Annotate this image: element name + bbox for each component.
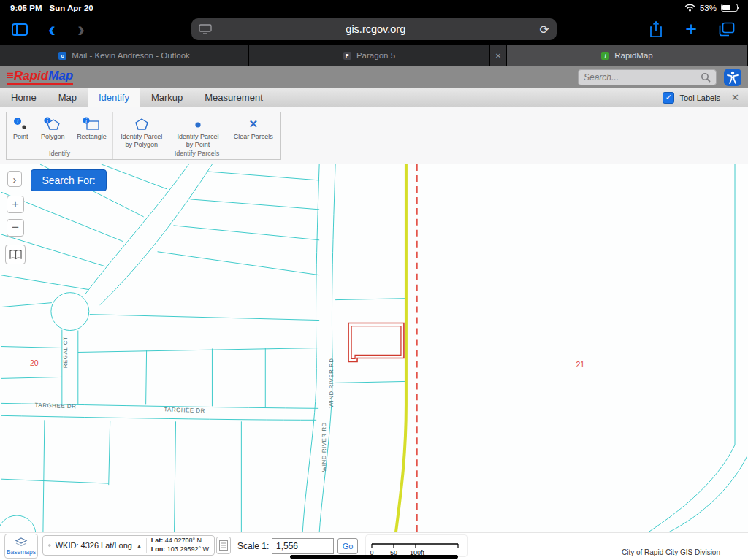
rectangle-tool-icon: i — [82, 117, 101, 131]
parcel-point-icon — [190, 117, 206, 131]
basemaps-icon — [15, 537, 28, 548]
parcel-map[interactable]: REGAL CT TARGHEE DR TARGHEE DR WIND RIVE… — [0, 164, 748, 532]
identify-parcel-by-polygon-tool[interactable]: Identify Parcel by Polygon — [121, 117, 162, 149]
sidebar-icon[interactable] — [12, 23, 28, 36]
clear-parcels-tool[interactable]: ✕ Clear Parcels — [234, 117, 273, 141]
go-button[interactable]: Go — [337, 538, 358, 554]
identify-ribbon: i Point i Polygon i Rectangle Ide — [0, 107, 748, 164]
menu-item-identify[interactable]: Identify — [88, 88, 140, 107]
tool-labels-label: Tool Labels — [679, 93, 720, 102]
book-icon — [9, 250, 22, 260]
street-label-wind-river-rd-1: WIND RIVER RD — [328, 358, 335, 407]
tabs-overview-icon[interactable] — [719, 22, 735, 37]
basemaps-label: Basemaps — [7, 548, 36, 556]
wifi-icon — [684, 4, 695, 12]
logo-part-map: Map — [48, 69, 73, 83]
polygon-tool[interactable]: i Polygon — [41, 117, 65, 141]
refresh-icon[interactable]: ⟳ — [540, 23, 549, 37]
zoom-in-button[interactable]: + — [7, 196, 24, 213]
app-header: ≡RapidMap — [0, 66, 748, 88]
tool-label: Point — [13, 133, 28, 141]
battery-percent: 53% — [700, 4, 717, 12]
menu-item-measurement[interactable]: Measurement — [194, 88, 273, 107]
menu-item-home[interactable]: Home — [0, 88, 47, 107]
accessibility-icon[interactable] — [724, 69, 741, 86]
lat-label: Lat: — [151, 537, 164, 544]
selected-parcel-highlight[interactable] — [348, 323, 404, 362]
identify-parcel-by-point-tool[interactable]: Identify Parcel by Point — [177, 117, 218, 149]
coordinate-panel[interactable]: WKID: 4326 Lat/Long ▲ Lat: 44.02708° N L… — [42, 535, 215, 556]
tool-label: Identify Parcel by Polygon — [121, 133, 162, 149]
group-label-identify: Identify — [7, 150, 112, 159]
paragon-favicon: P — [343, 52, 351, 60]
new-tab-icon[interactable]: + — [685, 20, 697, 39]
address-bar[interactable]: gis.rcgov.org ⟳ — [191, 18, 557, 40]
share-icon[interactable] — [649, 20, 663, 38]
rapidmap-logo: ≡RapidMap — [7, 69, 73, 85]
lon-value: 103.29592° W — [167, 545, 209, 553]
scale-bar: 0 50 100ft — [365, 534, 468, 557]
ribbon-group-box: i Point i Polygon i Rectangle Ide — [6, 112, 281, 160]
tool-label: Rectangle — [77, 133, 107, 141]
search-icon[interactable] — [701, 72, 711, 83]
street-label-wind-river-rd-2: WIND RIVER RD — [321, 422, 327, 472]
zoom-out-button[interactable]: − — [7, 219, 24, 237]
outlook-favicon: o — [58, 52, 66, 60]
panel-expand-button[interactable]: › — [7, 171, 22, 187]
tab-mail-outlook[interactable]: o Mail - Kevin Andreson - Outlook — [0, 45, 249, 66]
svg-text:i: i — [47, 118, 48, 124]
search-input[interactable] — [584, 72, 701, 83]
map-viewport[interactable]: REGAL CT TARGHEE DR TARGHEE DR WIND RIVE… — [0, 164, 748, 532]
tab-paragon-5[interactable]: P Paragon 5 — [249, 45, 490, 66]
forward-button[interactable]: › — [77, 20, 85, 39]
clock: 9:05 PM — [10, 4, 42, 12]
tool-label: Polygon — [41, 133, 65, 141]
scale-ratio-icon — [216, 537, 231, 554]
attribution-text: City of Rapid City GIS Division — [622, 548, 720, 556]
point-tool-icon: i — [12, 117, 28, 131]
url-text: gis.rcgov.org — [212, 23, 540, 35]
app-search-box[interactable] — [578, 69, 717, 85]
tool-labels-checkbox[interactable]: ✓ — [663, 92, 674, 104]
ribbon-close-icon[interactable]: ✕ — [725, 92, 745, 103]
polygon-tool-icon: i — [43, 117, 62, 131]
scale-input[interactable] — [272, 538, 334, 554]
close-tab-icon[interactable]: ✕ — [490, 45, 507, 66]
menu-item-markup[interactable]: Markup — [140, 88, 194, 107]
lat-value: 44.02708° N — [165, 537, 202, 544]
tool-label: Identify Parcel by Point — [177, 133, 218, 149]
parcel-number-20: 20 — [30, 359, 39, 367]
bookmarks-button[interactable] — [5, 245, 26, 264]
svg-text:i: i — [85, 118, 87, 124]
logo-part-rapid: Rapid — [14, 69, 48, 83]
tab-label: Mail - Kevin Andreson - Outlook — [72, 51, 190, 60]
tab-label: Paragon 5 — [356, 51, 395, 60]
tab-rapidmap[interactable]: / RapidMap — [507, 45, 748, 66]
parcel-lines — [0, 164, 747, 532]
parcel-number-21: 21 — [576, 361, 584, 369]
search-for-button[interactable]: Search For: — [31, 169, 107, 191]
parcel-polygon-icon — [134, 117, 150, 131]
app-menu-bar: Home Map Identify Markup Measurement ✓ T… — [0, 88, 748, 107]
group-label-identify-parcels: Identify Parcels — [113, 150, 280, 159]
street-label-regal-ct: REGAL CT — [62, 337, 69, 369]
basemaps-button[interactable]: Basemaps — [4, 534, 38, 559]
tab-strip: o Mail - Kevin Andreson - Outlook P Para… — [0, 45, 748, 66]
ribbon-group-identify: i Point i Polygon i Rectangle Ide — [7, 112, 113, 159]
back-button[interactable]: ‹ — [48, 20, 56, 39]
home-indicator[interactable] — [290, 555, 458, 559]
date: Sun Apr 20 — [49, 4, 93, 12]
menu-item-map[interactable]: Map — [47, 88, 88, 107]
globe-icon — [48, 540, 51, 551]
wkid-label: WKID: 4326 Lat/Long — [56, 541, 132, 550]
tab-label: RapidMap — [614, 51, 652, 60]
point-tool[interactable]: i Point — [12, 117, 28, 141]
wkid-caret-icon: ▲ — [137, 543, 142, 548]
ribbon-group-identify-parcels: Identify Parcel by Polygon Identify Parc… — [113, 112, 280, 159]
page-settings-icon[interactable] — [199, 24, 212, 34]
street-label-targhee-dr-2: TARGHEE DR — [164, 406, 205, 414]
rectangle-tool[interactable]: i Rectangle — [77, 117, 107, 141]
tool-label: Clear Parcels — [234, 133, 273, 141]
status-bar: 9:05 PM Sun Apr 20 53% — [0, 0, 748, 13]
battery-icon — [721, 4, 738, 12]
